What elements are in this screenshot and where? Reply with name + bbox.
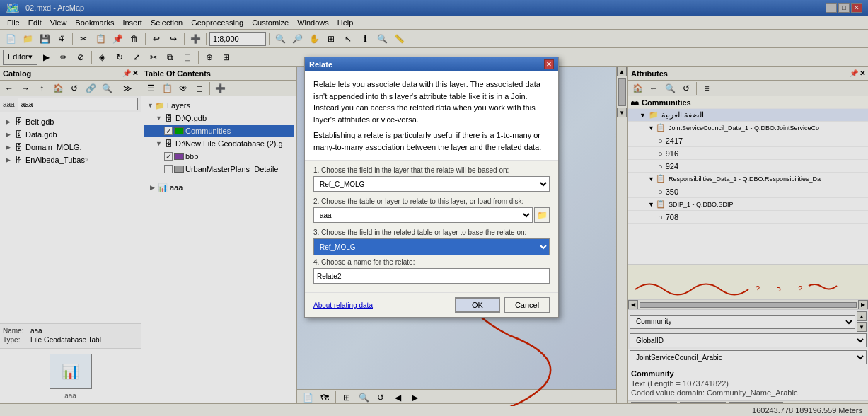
relate-name-input[interactable] — [313, 268, 550, 284]
cancel-button[interactable]: Cancel — [504, 297, 550, 313]
relate-title: Relate — [309, 60, 332, 69]
relate-close-button[interactable]: ✕ — [544, 59, 554, 69]
relate-section1: 1. Choose the field in the layer that th… — [305, 161, 558, 292]
step1-label: 1. Choose the field in the layer that th… — [313, 166, 550, 174]
relate-titlebar: Relate ✕ — [305, 57, 558, 71]
step2-select[interactable]: aaa — [313, 207, 533, 223]
relate-desc2-text: Establishing a relate is particularly us… — [313, 129, 550, 153]
step3-select[interactable]: Ref_MOLG — [313, 238, 550, 255]
modal-action-buttons: OK Cancel — [455, 297, 550, 313]
step3-label: 3. Choose the field in the related table… — [313, 229, 550, 236]
browse-button[interactable]: 📁 — [534, 207, 550, 223]
relate-desc-text: Relate lets you associate data with this… — [313, 79, 550, 125]
ok-button[interactable]: OK — [455, 297, 500, 313]
step1-select[interactable]: Ref_C_MOLG — [313, 176, 550, 192]
step2-row: aaa 📁 — [313, 207, 550, 223]
relate-dialog: Relate ✕ Relate lets you associate data … — [304, 57, 559, 318]
step4-label: 4. Choose a name for the relate: — [313, 258, 550, 266]
about-relating-link[interactable]: About relating data — [313, 301, 373, 309]
modal-overlay: Relate ✕ Relate lets you associate data … — [0, 0, 868, 416]
relate-description: Relate lets you associate data with this… — [305, 71, 558, 161]
step2-label: 2. Choose the table or layer to relate t… — [313, 197, 550, 205]
relate-footer: About relating data OK Cancel — [305, 292, 558, 317]
